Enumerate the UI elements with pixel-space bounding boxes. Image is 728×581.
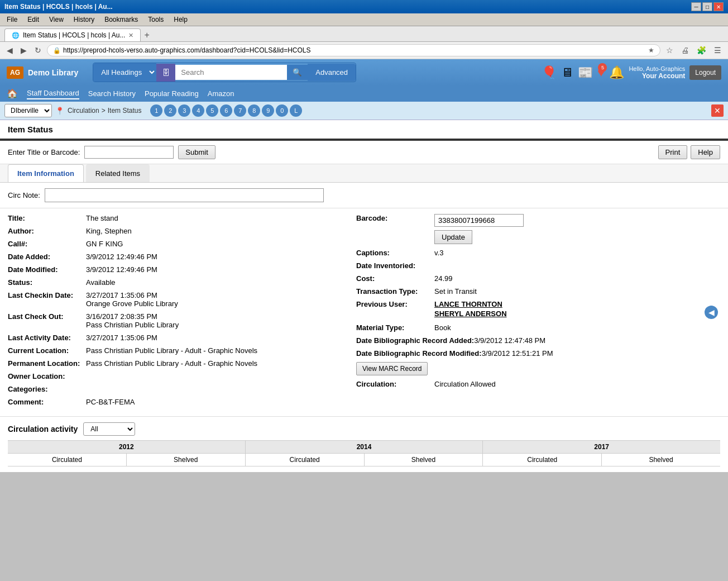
- detail-date-bib-added: Date Bibliographic Record Added: 3/9/201…: [356, 336, 693, 345]
- advanced-button[interactable]: Advanced: [308, 64, 356, 81]
- app-header: AG Demo Library All Headings 🗄 🔍 Advance…: [0, 59, 728, 85]
- circ-2017-shelved: Shelved: [602, 454, 720, 466]
- detail-previous-user: Previous User: LANCE THORNTON SHERYL AND…: [356, 300, 693, 319]
- circ-col-2017: 2017 Circulated Shelved: [483, 441, 720, 466]
- submit-button[interactable]: Submit: [178, 145, 215, 159]
- heading-select[interactable]: All Headings: [93, 63, 156, 82]
- tab-related-items[interactable]: Related Items: [86, 164, 150, 182]
- circ-2017-row: Circulated Shelved: [483, 454, 720, 466]
- browser-tab[interactable]: 🌐 Item Status | HCOLS | hcols | Au... ✕: [4, 28, 141, 41]
- search-input[interactable]: [175, 65, 287, 80]
- detail-last-activity: Last Activity Date: 3/27/2017 1:35:06 PM: [8, 334, 345, 342]
- circ-activity: Circulation activity All Circulated Shel…: [0, 417, 728, 472]
- menu-file[interactable]: File: [2, 15, 22, 25]
- print-button[interactable]: 🖨: [679, 45, 691, 56]
- page-title: Item Status: [8, 125, 53, 134]
- tab-item-information[interactable]: Item Information: [8, 164, 84, 182]
- close-button[interactable]: ✕: [713, 2, 724, 11]
- nav-amazon[interactable]: Amazon: [208, 88, 234, 99]
- page-1[interactable]: 1: [150, 104, 162, 117]
- circ-year-2012: 2012: [8, 441, 245, 454]
- page-9[interactable]: 9: [262, 104, 274, 117]
- hello-text: Hello, Auto-Graphics: [629, 65, 685, 72]
- window-controls: ─ □ ✕: [691, 2, 724, 11]
- user-section[interactable]: Hello, Auto-Graphics Your Account: [629, 65, 685, 80]
- db-icon: 🗄: [156, 64, 175, 82]
- page-l[interactable]: L: [290, 104, 302, 117]
- tab-close-icon[interactable]: ✕: [128, 32, 133, 39]
- page-3[interactable]: 3: [178, 104, 190, 117]
- nav-popular-reading[interactable]: Popular Reading: [145, 88, 199, 99]
- circ-col-2014: 2014 Circulated Shelved: [246, 441, 483, 466]
- balloon-icon[interactable]: 🎈: [542, 65, 557, 80]
- page-7[interactable]: 7: [234, 104, 246, 117]
- nav-staff-dashboard[interactable]: Staff Dashboard: [27, 88, 79, 99]
- forward-button[interactable]: ▶: [18, 45, 29, 56]
- menu-view[interactable]: View: [45, 15, 68, 25]
- heart-icon[interactable]: ♥ 5: [597, 65, 605, 80]
- circ-note-input[interactable]: [45, 188, 324, 202]
- circ-2012-circulated: Circulated: [8, 454, 127, 466]
- home-icon[interactable]: 🏠: [7, 88, 18, 99]
- detail-author: Author: King, Stephen: [8, 227, 345, 235]
- page-6[interactable]: 6: [220, 104, 232, 117]
- maximize-button[interactable]: □: [702, 2, 712, 11]
- circ-2017-circulated: Circulated: [483, 454, 602, 466]
- browser-toolbar-icons: ☆ 🖨 🧩 ☰: [664, 45, 724, 56]
- detail-title: Title: The stand: [8, 214, 345, 222]
- app-logo-icon: AG: [7, 66, 23, 79]
- bell-icon[interactable]: 🔔: [609, 65, 624, 80]
- circ-2012-row: Circulated Shelved: [8, 454, 245, 466]
- page-2[interactable]: 2: [164, 104, 176, 117]
- url-input[interactable]: [63, 46, 646, 54]
- prev-user-2: SHERYL ANDERSON: [434, 309, 507, 318]
- location-select[interactable]: DIberville: [4, 104, 52, 117]
- minimize-button[interactable]: ─: [691, 2, 701, 11]
- detail-cost: Cost: 24.99: [356, 274, 693, 283]
- refresh-button[interactable]: ↻: [32, 45, 44, 56]
- back-button[interactable]: ◀: [4, 45, 15, 56]
- page-0[interactable]: 0: [276, 104, 288, 117]
- newspaper-icon[interactable]: 📰: [578, 65, 593, 80]
- menu-dots-button[interactable]: ☰: [712, 45, 724, 56]
- breadcrumb-item-status: Item Status: [108, 107, 142, 115]
- new-tab-button[interactable]: +: [141, 30, 152, 40]
- form-actions: Print Help: [658, 145, 720, 159]
- breadcrumb-circulation: Circulation: [68, 107, 99, 115]
- help-button[interactable]: Help: [691, 145, 720, 159]
- barcode-input[interactable]: [434, 214, 524, 227]
- breadcrumb-separator: >: [102, 107, 106, 115]
- print-button[interactable]: Print: [658, 145, 688, 159]
- menu-edit[interactable]: Edit: [23, 15, 44, 25]
- title-barcode-input[interactable]: [84, 146, 174, 159]
- menu-history[interactable]: History: [69, 15, 99, 25]
- address-bar[interactable]: 🔒 ★: [47, 44, 660, 56]
- monitor-icon[interactable]: 🖥: [561, 65, 573, 80]
- address-bar-row: ◀ ▶ ↻ 🔒 ★ ☆ 🖨 🧩 ☰: [0, 42, 728, 59]
- scroll-left-arrow[interactable]: ◀: [705, 306, 718, 319]
- page-8[interactable]: 8: [248, 104, 260, 117]
- close-panel-button[interactable]: ✕: [711, 104, 724, 117]
- detail-circulation: Circulation: Circulation Allowed: [356, 380, 693, 388]
- circ-activity-header: Circulation activity All Circulated Shel…: [8, 422, 720, 436]
- update-button[interactable]: Update: [434, 230, 472, 244]
- menu-tools[interactable]: Tools: [143, 15, 168, 25]
- circ-year-2014: 2014: [246, 441, 483, 454]
- circ-activity-filter[interactable]: All Circulated Shelved: [83, 422, 135, 436]
- menu-bookmarks[interactable]: Bookmarks: [100, 15, 142, 25]
- extension-button[interactable]: 🧩: [695, 45, 708, 56]
- circ-2012-shelved: Shelved: [127, 454, 245, 466]
- detail-date-bib-modified: Date Bibliographic Record Modified: 3/9/…: [356, 349, 693, 358]
- nav-search-history[interactable]: Search History: [88, 88, 136, 99]
- page-4[interactable]: 4: [192, 104, 204, 117]
- search-button[interactable]: 🔍: [287, 65, 308, 80]
- bookmark-button[interactable]: ☆: [664, 45, 676, 56]
- circ-col-2012: 2012 Circulated Shelved: [8, 441, 246, 466]
- circ-note-row: Circ Note:: [0, 183, 728, 208]
- logout-button[interactable]: Logout: [689, 65, 721, 80]
- circ-note-label: Circ Note:: [8, 191, 40, 199]
- detail-last-checkout: Last Check Out: 3/16/2017 2:08:35 PMPass…: [8, 312, 345, 329]
- view-marc-button[interactable]: View MARC Record: [356, 362, 428, 375]
- menu-help[interactable]: Help: [169, 15, 192, 25]
- page-5[interactable]: 5: [206, 104, 218, 117]
